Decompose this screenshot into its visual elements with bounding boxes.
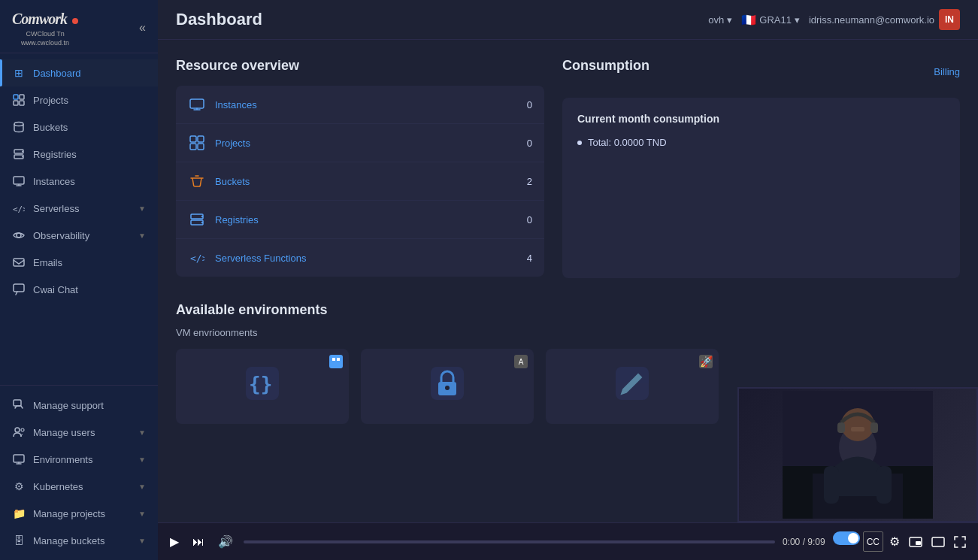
volume-button[interactable]: 🔊 [215, 531, 236, 552]
sidebar-item-manage-support[interactable]: Manage support [0, 392, 158, 419]
bullet-icon [577, 141, 582, 145]
svg-rect-20 [198, 136, 204, 142]
user-avatar: IN [939, 9, 960, 30]
sidebar-item-label-manage-users: Manage users [33, 427, 131, 438]
sidebar-item-label-dashboard: Dashboard [33, 68, 146, 79]
sidebar-item-emails[interactable]: Emails [0, 249, 158, 276]
play-button[interactable]: ▶ [167, 531, 182, 552]
manage-users-icon [12, 425, 26, 439]
flag-icon: 🇫🇷 [741, 13, 756, 27]
manage-support-icon [12, 398, 26, 412]
resource-registries-count: 0 [527, 214, 532, 226]
fullscreen-button[interactable] [951, 531, 969, 552]
location-selector[interactable]: 🇫🇷 GRA11 ▾ [741, 13, 800, 27]
svg-rect-24 [191, 220, 203, 225]
registries-icon [12, 147, 26, 161]
sidebar-item-manage-users[interactable]: Manage users ▼ [0, 419, 158, 446]
resource-item-serverless-functions[interactable]: </> Serverless Functions 4 [176, 239, 544, 277]
video-toggle[interactable] [833, 531, 860, 545]
header: Dashboard ovh ▾ 🇫🇷 GRA11 ▾ idriss.neuman… [158, 0, 978, 40]
svg-rect-41 [837, 422, 845, 433]
sidebar-item-buckets[interactable]: Buckets [0, 114, 158, 141]
settings-button[interactable]: ⚙ [886, 531, 903, 552]
pip-button[interactable] [906, 531, 925, 552]
sidebar-item-manage-buckets[interactable]: 🗄 Manage buckets ▼ [0, 527, 158, 554]
emails-icon [12, 256, 26, 269]
sidebar-item-dashboard[interactable]: ⊞ Dashboard [0, 59, 158, 86]
svg-point-4 [14, 123, 23, 126]
sidebar-item-instances[interactable]: Instances [0, 168, 158, 195]
resource-item-instances[interactable]: Instances 0 [176, 86, 544, 124]
consumption-card-title: Current month consumption [577, 113, 945, 125]
sidebar-logo: Comwork CWCloud Tn www.cwcloud.tn « [0, 0, 158, 53]
env-card-2[interactable]: A [361, 349, 534, 424]
collapse-button[interactable]: « [139, 21, 146, 35]
app-name: CWCloud Tn [26, 30, 64, 38]
svg-point-16 [21, 428, 24, 431]
environments-arrow: ▼ [138, 456, 146, 464]
env-card-3[interactable]: 🚀 [546, 349, 719, 424]
region-dropdown-icon: ▾ [727, 14, 732, 26]
cc-button[interactable]: CC [863, 531, 883, 552]
sidebar-item-observability[interactable]: Observability ▼ [0, 222, 158, 249]
sidebar-item-label-manage-support: Manage support [33, 400, 146, 411]
sidebar-item-label-kubernetes: Kubernetes [33, 481, 131, 492]
svg-rect-1 [20, 95, 24, 99]
sidebar-item-kubernetes[interactable]: ⚙ Kubernetes ▼ [0, 473, 158, 500]
sidebar-item-cwai-chat[interactable]: Cwai Chat [0, 276, 158, 303]
available-environments-title: Available environments [176, 302, 960, 318]
resource-projects-label: Projects [215, 138, 527, 149]
theater-button[interactable] [928, 531, 948, 552]
cwai-chat-icon [12, 283, 26, 296]
sidebar-item-label-environments: Environments [33, 454, 131, 465]
env-card-1-badge [329, 355, 343, 368]
svg-rect-0 [14, 95, 18, 99]
progress-bar[interactable] [244, 540, 775, 543]
sidebar: Comwork CWCloud Tn www.cwcloud.tn « ⊞ Da… [0, 0, 158, 560]
billing-link[interactable]: Billing [934, 66, 960, 77]
svg-rect-17 [14, 455, 24, 462]
svg-text:</>: </> [190, 253, 204, 264]
resource-instances-count: 0 [527, 99, 532, 110]
sidebar-item-registries[interactable]: Registries [0, 141, 158, 168]
sidebar-item-projects[interactable]: Projects [0, 86, 158, 114]
user-info: idriss.neumann@comwork.io IN [809, 9, 960, 30]
resource-buckets-label: Buckets [215, 176, 527, 187]
region-selector[interactable]: ovh ▾ [708, 14, 732, 26]
resource-item-buckets[interactable]: Buckets 2 [176, 162, 544, 201]
region-label: ovh [708, 14, 724, 26]
skip-button[interactable]: ⏭ [189, 532, 207, 552]
svg-point-25 [201, 216, 203, 217]
resource-item-registries[interactable]: Registries 0 [176, 201, 544, 239]
buckets-icon [12, 120, 26, 134]
sidebar-item-label-projects: Projects [33, 95, 146, 106]
consumption-total-value: Total: 0.0000 TND [588, 137, 667, 148]
env-card-1[interactable]: {} [176, 349, 349, 424]
observability-icon [12, 229, 26, 242]
svg-rect-14 [14, 400, 21, 406]
sidebar-item-environments[interactable]: Environments ▼ [0, 446, 158, 473]
sidebar-item-label-emails: Emails [33, 257, 146, 268]
resource-serverless-count: 4 [527, 253, 532, 264]
sidebar-nav: ⊞ Dashboard Projects Buckets [0, 53, 158, 385]
svg-rect-47 [916, 541, 921, 545]
sidebar-bottom-nav: Manage support Manage users ▼ En [0, 385, 158, 560]
env-card-2-badge: A [514, 355, 528, 368]
manage-buckets-arrow: ▼ [138, 537, 146, 545]
consumption-card: Current month consumption Total: 0.0000 … [562, 98, 960, 278]
manage-buckets-icon: 🗄 [12, 534, 26, 547]
svg-point-15 [15, 428, 20, 432]
svg-rect-42 [871, 422, 878, 433]
consumption-header: Consumption Billing [562, 58, 960, 86]
resource-item-projects[interactable]: Projects 0 [176, 124, 544, 162]
resource-projects-count: 0 [527, 138, 532, 149]
sidebar-item-serverless[interactable]: </> Serverless ▼ [0, 195, 158, 222]
logo-container: Comwork CWCloud Tn www.cwcloud.tn [12, 9, 78, 47]
resource-serverless-icon: </> [188, 249, 206, 267]
resource-registries-icon [188, 210, 206, 229]
consumption-title: Consumption [562, 58, 649, 74]
resource-list: Instances 0 Project [176, 86, 544, 277]
time-display: 0:00 / 9:09 [783, 537, 825, 547]
user-email: idriss.neumann@comwork.io [809, 14, 934, 26]
sidebar-item-manage-projects[interactable]: 📁 Manage projects ▼ [0, 500, 158, 527]
